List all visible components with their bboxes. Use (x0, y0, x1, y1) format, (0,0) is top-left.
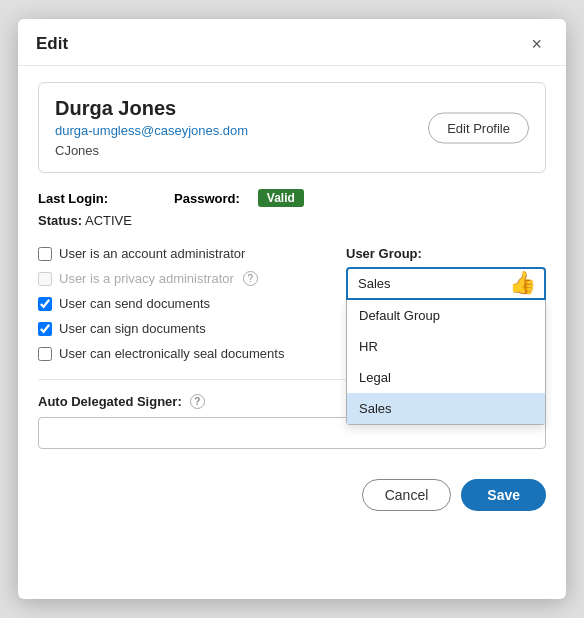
cb-send-docs-label: User can send documents (59, 296, 210, 311)
password-label: Password: (174, 191, 240, 206)
modal-title: Edit (36, 34, 68, 54)
save-button[interactable]: Save (461, 479, 546, 511)
password-badge: Valid (258, 189, 304, 207)
status-value: ACTIVE (85, 213, 132, 228)
close-button[interactable]: × (525, 33, 548, 55)
dropdown-item-sales[interactable]: Sales (347, 393, 545, 424)
checkboxes-col: User is an account administrator User is… (38, 246, 316, 361)
modal-body: Durga Jones durga-umgless@caseyjones.dom… (18, 66, 566, 465)
cb-account-admin[interactable] (38, 247, 52, 261)
status-label: Status: (38, 213, 82, 228)
status-row: Status: ACTIVE (38, 213, 546, 228)
cb-sign-docs-label: User can sign documents (59, 321, 206, 336)
cb-account-admin-label: User is an account administrator (59, 246, 245, 261)
dropdown-item-legal[interactable]: Legal (347, 362, 545, 393)
modal-header: Edit × (18, 19, 566, 66)
info-row: Last Login: Password: Valid (38, 189, 546, 207)
checkbox-row-2: User is a privacy administrator ? (38, 271, 316, 286)
modal-footer: Cancel Save (18, 465, 566, 527)
modal-overlay: Edit × Durga Jones durga-umgless@caseyjo… (0, 0, 584, 618)
dropdown-item-hr[interactable]: HR (347, 331, 545, 362)
cancel-button[interactable]: Cancel (362, 479, 452, 511)
user-group-col: User Group: Sales ▲ 👍 Default Group HR (346, 246, 546, 300)
checkbox-row-4: User can sign documents (38, 321, 316, 336)
user-group-label: User Group: (346, 246, 546, 261)
cb-seal-docs-label: User can electronically seal documents (59, 346, 284, 361)
cb-seal-docs[interactable] (38, 347, 52, 361)
checkbox-row-1: User is an account administrator (38, 246, 316, 261)
profile-card: Durga Jones durga-umgless@caseyjones.dom… (38, 82, 546, 173)
cb-privacy-admin-label: User is a privacy administrator (59, 271, 234, 286)
checkbox-row-5: User can electronically seal documents (38, 346, 316, 361)
cb-privacy-admin (38, 272, 52, 286)
edit-profile-button[interactable]: Edit Profile (428, 112, 529, 143)
profile-username: CJones (55, 143, 529, 158)
auto-delegate-label: Auto Delegated Signer: (38, 394, 182, 409)
cb-sign-docs[interactable] (38, 322, 52, 336)
last-login-label: Last Login: (38, 191, 108, 206)
user-group-dropdown[interactable]: Sales ▲ 👍 Default Group HR Legal Sales (346, 267, 546, 300)
chevron-up-icon: ▲ (523, 278, 534, 290)
edit-modal: Edit × Durga Jones durga-umgless@caseyjo… (18, 19, 566, 599)
dropdown-selected[interactable]: Sales ▲ 👍 (346, 267, 546, 300)
dropdown-list: Default Group HR Legal Sales (346, 300, 546, 425)
auto-delegate-help-icon[interactable]: ? (190, 394, 205, 409)
two-col: User is an account administrator User is… (38, 246, 546, 361)
dropdown-item-default-group[interactable]: Default Group (347, 300, 545, 331)
dropdown-selected-value: Sales (358, 276, 391, 291)
privacy-admin-help-icon[interactable]: ? (243, 271, 258, 286)
cb-send-docs[interactable] (38, 297, 52, 311)
checkbox-row-3: User can send documents (38, 296, 316, 311)
